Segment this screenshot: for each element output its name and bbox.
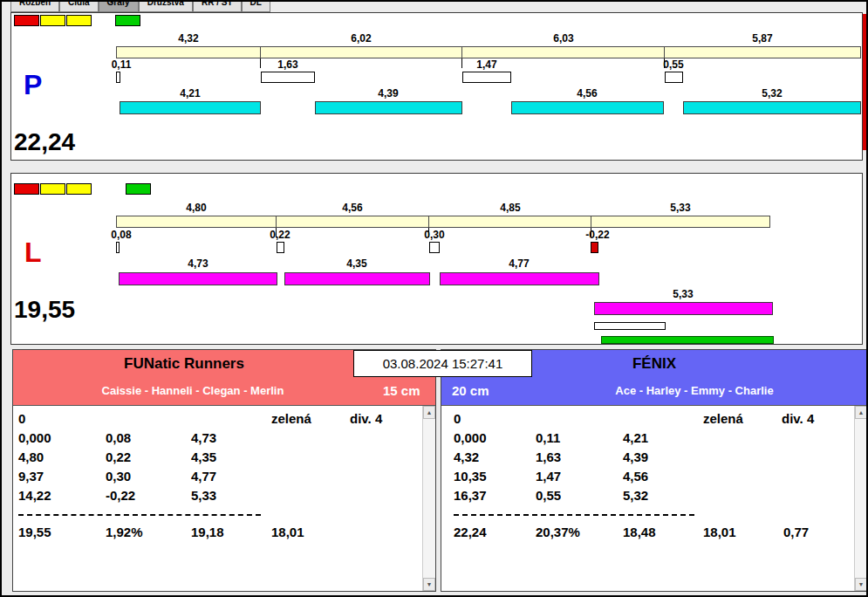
split-time-label: 4,80 [186, 202, 206, 214]
run-bar [119, 272, 277, 285]
changeover-box-negative [591, 242, 598, 253]
app-window: RozbehČidlaGrafyDružstvaRR / STDL 4,32 6… [0, 0, 868, 597]
scrollbar[interactable]: ▲ ▼ [422, 406, 435, 591]
split-bar-segment [260, 46, 462, 58]
total-percent: 1,92% [106, 525, 143, 539]
scroll-up-button[interactable]: ▲ [423, 406, 435, 419]
light-status: zelená [271, 411, 311, 426]
changeover-box [462, 72, 511, 83]
tab-bar: RozbehČidlaGrafyDružstvaRR / STDL [10, 2, 551, 12]
split-tick [461, 58, 462, 68]
changeover: 0,30 [106, 469, 131, 484]
tab-grafy[interactable]: Grafy [99, 2, 139, 12]
changeover-time-label: 1,47 [476, 58, 496, 71]
run-time-label: 4,21 [180, 87, 200, 100]
cum-time: 4,80 [18, 449, 44, 464]
run-time-label: 5,33 [673, 288, 693, 300]
run-bar [440, 272, 599, 285]
team-panel-right: FÉNIX Ace - Harley - Emmy - Charlie 20 c… [441, 349, 868, 592]
scroll-down-button[interactable]: ▼ [423, 578, 435, 591]
lane-total-l: 19,55 [14, 296, 75, 324]
green-result-bar [601, 336, 774, 344]
total-alt: 18,48 [623, 525, 656, 539]
changeover-time-label: 0,22 [270, 229, 290, 241]
changeover: -0,22 [106, 488, 135, 503]
tab-druzstva[interactable]: Družstva [139, 2, 193, 12]
jump-height-right: 20 cm [452, 383, 489, 398]
split-bar-segment [116, 216, 277, 228]
run-time-label: 4,73 [188, 257, 208, 270]
team-members-right: Ace - Harley - Emmy - Charlie [520, 384, 868, 397]
changeover: 0,22 [106, 449, 131, 464]
split-bar-segment [116, 46, 261, 58]
right-edge-indicator [862, 14, 868, 150]
run-time: 4,73 [191, 430, 216, 445]
run-time: 4,35 [191, 449, 216, 464]
light-status: zelená [703, 411, 743, 426]
jump-height-left: 15 cm [383, 383, 420, 398]
split-bar-segment [461, 46, 665, 58]
lane-letter-l: L [24, 237, 42, 269]
lane-total-p: 22,24 [14, 128, 75, 156]
split-bar-segment [591, 216, 770, 228]
split-time-label: 4,85 [500, 202, 520, 214]
tab-dl[interactable]: DL [242, 2, 270, 12]
run-bar [315, 101, 462, 114]
split-time-label: 4,56 [342, 202, 362, 214]
total-ref: 18,01 [271, 525, 304, 539]
lane-letter-p: P [24, 69, 42, 101]
tab-rr-st[interactable]: RR / ST [193, 2, 242, 12]
division-label: div. 4 [782, 411, 814, 426]
split-bar-segment [428, 216, 591, 228]
split-time-label: 5,33 [670, 202, 690, 214]
cum-time: 0,000 [18, 430, 51, 445]
changeover: 1,63 [536, 449, 561, 464]
division-label: div. 4 [350, 411, 382, 426]
run-time: 4,77 [191, 469, 216, 484]
changeover: 0,08 [106, 430, 131, 445]
start-light-yellow-2 [66, 183, 92, 195]
cum-time: 4,32 [454, 449, 479, 464]
split-tick [260, 58, 261, 68]
timestamp-box: 03.08.2024 15:27:41 [353, 350, 532, 377]
lead-value: 0 [454, 411, 461, 426]
changeover: 1,47 [536, 469, 561, 484]
run-time: 5,33 [191, 488, 216, 503]
changeover-box [116, 242, 120, 253]
start-light-yellow-1 [40, 15, 65, 26]
run-time-label: 4,77 [509, 257, 529, 270]
total-time: 19,55 [18, 525, 51, 539]
cum-time: 10,35 [454, 469, 487, 484]
changeover-box [116, 72, 120, 83]
run-time-label: 4,39 [378, 87, 398, 100]
run-time: 4,21 [623, 430, 648, 445]
team-result-text-right: 0 zelená div. 4 0,000 0,11 4,21 4,32 1,6… [441, 405, 867, 591]
run-bar [683, 101, 861, 114]
team-name-left: FUNatic Runners [13, 355, 355, 373]
team-result-text-left: 0 zelená div. 4 0,000 0,08 4,73 4,80 0,2… [13, 405, 435, 591]
changeover: 0,11 [536, 430, 560, 445]
total-ref: 18,01 [703, 525, 736, 539]
lane-panel-p: 4,32 6,02 6,03 5,87 0,11 1,63 1,47 0,55 … [10, 12, 863, 161]
changeover-time-label: 0,08 [111, 229, 131, 241]
tab-cidla[interactable]: Čidla [59, 2, 98, 12]
team-members-left: Caissie - Hanneli - Clegan - Merlin [13, 384, 372, 397]
cum-time: 0,000 [454, 430, 487, 445]
total-diff: 0,77 [783, 525, 809, 539]
scrollbar[interactable]: ▲ ▼ [854, 406, 867, 591]
split-time-label: 5,87 [752, 32, 772, 45]
start-light-yellow-1 [40, 183, 65, 195]
changeover-time-label: 1,63 [277, 58, 297, 71]
scroll-up-button[interactable]: ▲ [855, 406, 867, 419]
total-alt: 19,18 [191, 525, 224, 539]
changeover: 0,55 [536, 488, 561, 503]
split-bar-segment [276, 216, 429, 228]
start-light-yellow-2 [66, 15, 92, 26]
tab-rozbeh[interactable]: Rozbeh [10, 2, 59, 12]
run-bar [594, 302, 773, 315]
run-time: 5,32 [623, 488, 648, 503]
changeover-time-label: 0,11 [112, 58, 132, 71]
lead-value: 0 [18, 411, 25, 426]
scroll-down-button[interactable]: ▼ [855, 578, 867, 591]
run-time-label: 4,35 [346, 257, 366, 270]
